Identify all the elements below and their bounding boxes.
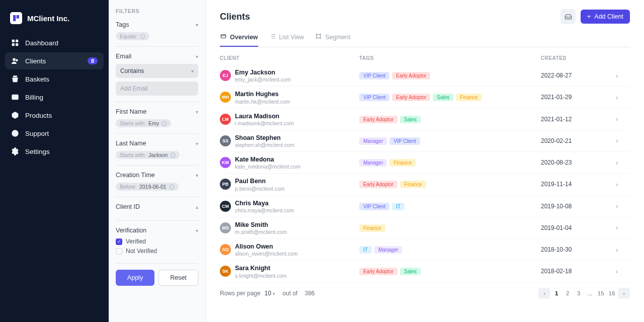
- chevron-right-icon[interactable]: ›: [616, 246, 630, 254]
- chevron-down-icon: ▾: [196, 54, 198, 59]
- chevron-right-icon[interactable]: ›: [616, 115, 630, 123]
- pager-page[interactable]: 1: [551, 288, 561, 299]
- filter-verification-toggle[interactable]: Verification ▾: [116, 227, 198, 234]
- add-client-button[interactable]: + Add Client: [581, 10, 630, 24]
- filter-last-name-chip[interactable]: Starts with: Jackson ✕: [116, 151, 180, 159]
- client-tags: VIP ClientEarly Adoptor: [359, 71, 541, 79]
- svg-point-11: [320, 34, 321, 35]
- table-row[interactable]: SSShoan Stephenstephen.sh@mclient.comMan…: [220, 130, 630, 152]
- client-created: 2019-11-14: [541, 181, 616, 188]
- chevron-down-icon: ▾: [196, 173, 198, 178]
- products-icon: [11, 111, 19, 119]
- remove-icon[interactable]: ✕: [170, 152, 176, 158]
- chevron-down-icon: ▾: [191, 68, 194, 74]
- remove-icon[interactable]: ✕: [162, 121, 167, 126]
- filter-creation-chip[interactable]: Before: 2019-06-01 ✕: [116, 183, 179, 191]
- filter-last-name-toggle[interactable]: Last Name ▾: [116, 140, 198, 147]
- client-name: Shoan Stephen: [235, 134, 294, 142]
- svg-rect-2: [12, 43, 15, 46]
- pager-page[interactable]: 2: [562, 288, 573, 299]
- email-input[interactable]: [116, 82, 198, 96]
- tag: VIP Client: [359, 72, 389, 79]
- sidebar-badge: 8: [88, 57, 98, 64]
- segment-icon: [315, 33, 322, 41]
- rows-per-page-select[interactable]: 10 ▾: [265, 290, 276, 297]
- table-row[interactable]: SKSara Knights.knight@mclient.comEarly A…: [220, 261, 630, 282]
- tab-list-view[interactable]: List View: [269, 28, 304, 47]
- tab-segment[interactable]: Segment: [315, 28, 350, 47]
- filter-tags-toggle[interactable]: Tags ▾: [116, 21, 198, 28]
- remove-icon[interactable]: ✕: [140, 34, 145, 39]
- svg-point-5: [16, 59, 18, 61]
- pager-page[interactable]: 3: [574, 288, 584, 299]
- sidebar-item-billing[interactable]: Billing: [5, 89, 104, 106]
- chevron-right-icon[interactable]: ›: [616, 159, 630, 167]
- email-operator-select[interactable]: Contains ▾: [116, 64, 198, 78]
- filter-email-toggle[interactable]: Email ▾: [116, 53, 198, 60]
- filter-first-name-chip[interactable]: Starts with: Emy ✕: [116, 119, 171, 127]
- client-name: Alison Owen: [235, 243, 298, 251]
- avatar: SS: [220, 135, 231, 146]
- chevron-right-icon[interactable]: ›: [616, 181, 630, 188]
- filter-first-name-toggle[interactable]: First Name ▾: [116, 108, 198, 115]
- client-created: 2020-08-23: [541, 159, 616, 166]
- svg-rect-0: [12, 40, 15, 42]
- tag: Manager: [359, 137, 387, 145]
- sidebar-item-dashboard[interactable]: Dashboard: [5, 34, 104, 51]
- table-row[interactable]: AOAlison Owenalison_owen@mclient.comITMa…: [220, 239, 630, 261]
- pager-page[interactable]: 16: [607, 288, 617, 299]
- client-name: Martin Hughes: [235, 90, 290, 98]
- sidebar-item-support[interactable]: Support: [5, 125, 104, 142]
- chevron-right-icon[interactable]: ›: [616, 94, 630, 101]
- not-verified-checkbox[interactable]: Not Verified: [116, 248, 198, 255]
- tab-overview[interactable]: Overview: [220, 28, 258, 47]
- filter-first-name: First Name ▾ Starts with: Emy ✕: [116, 108, 198, 134]
- tag: Early Adoptor: [392, 72, 430, 79]
- chevron-right-icon[interactable]: ›: [616, 202, 630, 210]
- table-row[interactable]: KMKate Medonakate_medona@mclient.comMana…: [220, 152, 630, 174]
- avatar: EJ: [220, 70, 231, 81]
- pager-page[interactable]: 15: [596, 288, 606, 299]
- svg-point-10: [316, 34, 317, 35]
- apply-button[interactable]: Apply: [116, 270, 154, 286]
- pager-prev[interactable]: ‹: [538, 288, 550, 299]
- filter-creation-toggle[interactable]: Creation Time ▾: [116, 172, 198, 179]
- pager-ellipsis: ...: [585, 288, 595, 299]
- chevron-right-icon[interactable]: ›: [616, 137, 630, 144]
- sidebar-item-clients[interactable]: Clients8: [5, 52, 104, 69]
- chevron-down-icon: ▾: [196, 141, 198, 146]
- column-created: CREATED: [541, 55, 616, 61]
- filters-title: FILTERS: [116, 8, 198, 14]
- tag: VIP Client: [359, 94, 389, 101]
- table-row[interactable]: PBPaul Bennp.benn@mclient.comEarly Adopt…: [220, 174, 630, 195]
- pager-next[interactable]: ›: [618, 288, 630, 299]
- page-title: Clients: [220, 12, 250, 22]
- client-tags: ManagerVIP Client: [359, 137, 541, 145]
- filter-tags-chip[interactable]: Equals: ✕: [116, 32, 149, 40]
- sidebar-item-settings[interactable]: Settings: [5, 143, 104, 160]
- settings-icon: [11, 147, 19, 155]
- table-row[interactable]: MHMartin Hughesmartin.hk@mclient.comVIP …: [220, 87, 630, 108]
- filters-panel: FILTERS Tags ▾ Equals: ✕ Email ▾ Contain…: [109, 0, 206, 322]
- verified-checkbox[interactable]: ✓ Verified: [116, 238, 198, 245]
- filter-client-id-toggle[interactable]: Client ID ▴: [116, 203, 198, 210]
- tag: Early Adoptor: [359, 116, 397, 123]
- chevron-right-icon[interactable]: ›: [616, 224, 630, 231]
- table-row[interactable]: MSMike Smithm.smith@mclient.comFinance20…: [220, 217, 630, 239]
- table-row[interactable]: CMChris Mayachris.maya@mclient.comVIP Cl…: [220, 196, 630, 217]
- chevron-right-icon[interactable]: ›: [616, 72, 630, 79]
- reset-button[interactable]: Reset: [158, 270, 198, 286]
- table-row[interactable]: EJEmy Jacksonemy_jack@mclient.comVIP Cli…: [220, 65, 630, 87]
- chevron-right-icon[interactable]: ›: [616, 268, 630, 275]
- table-row[interactable]: LMLaura Madisonl.madisonk@mclient.comEar…: [220, 109, 630, 130]
- filter-tags: Tags ▾ Equals: ✕: [116, 21, 198, 47]
- sidebar-item-products[interactable]: Products: [5, 107, 104, 124]
- sidebar-item-baskets[interactable]: Baskets: [5, 70, 104, 88]
- client-tags: VIP ClientIT: [359, 202, 541, 210]
- tag: VIP Client: [359, 203, 389, 210]
- remove-icon[interactable]: ✕: [169, 184, 175, 190]
- avatar: SK: [220, 266, 231, 277]
- sidebar-item-label: Products: [25, 112, 52, 119]
- inbox-button[interactable]: [560, 9, 576, 24]
- checkbox-checked-icon: ✓: [116, 238, 122, 245]
